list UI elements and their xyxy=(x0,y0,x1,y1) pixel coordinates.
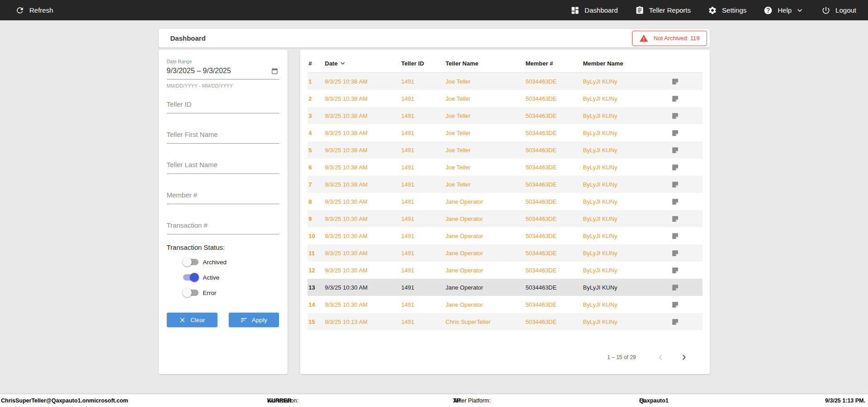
row-member-number: 5034463DE xyxy=(526,215,583,222)
table-row[interactable]: 9 9/3/25 10:30 AM 1491 Jane Operator 503… xyxy=(307,210,703,227)
row-note-cell xyxy=(665,146,703,154)
table-row[interactable]: 1 9/3/25 10:38 AM 1491 Joe Teller 503446… xyxy=(307,73,703,90)
note-icon[interactable] xyxy=(671,284,679,291)
note-icon[interactable] xyxy=(671,78,679,85)
row-member-name: ByLyJI KUNy xyxy=(583,318,665,325)
column-header-date[interactable]: Date xyxy=(325,59,401,67)
row-number: 12 xyxy=(307,267,325,274)
nav-settings-label: Settings xyxy=(722,6,746,14)
note-icon[interactable] xyxy=(671,249,679,257)
table-row[interactable]: 12 9/3/25 10:30 AM 1491 Jane Operator 50… xyxy=(307,262,703,279)
row-member-number: 5034463DE xyxy=(526,250,583,257)
note-icon[interactable] xyxy=(671,164,679,171)
member-number-input[interactable]: Member # xyxy=(167,191,279,204)
transaction-number-input[interactable]: Transaction # xyxy=(167,221,279,234)
calendar-icon[interactable] xyxy=(271,67,278,75)
row-date: 9/3/25 10:30 AM xyxy=(325,250,401,257)
note-icon[interactable] xyxy=(671,232,679,240)
row-teller-id: 1491 xyxy=(401,130,446,136)
archived-toggle[interactable] xyxy=(183,257,199,267)
row-number: 9 xyxy=(307,215,325,222)
nav-teller-reports[interactable]: Teller Reports xyxy=(635,6,691,15)
refresh-icon xyxy=(15,6,24,15)
row-number: 5 xyxy=(307,147,325,154)
table-row[interactable]: 10 9/3/25 10:30 AM 1491 Jane Operator 50… xyxy=(307,227,703,244)
table-row[interactable]: 13 9/3/25 10:30 AM 1491 Jane Operator 50… xyxy=(307,279,703,296)
row-note-cell xyxy=(665,215,703,223)
logged-in-user: ChrisSuperTeller@Qaxpauto1.onmicrosoft.c… xyxy=(1,394,128,407)
table-row[interactable]: 15 9/3/25 10:13 AM 1491 Chris SuperTelle… xyxy=(307,313,703,330)
next-page-button[interactable] xyxy=(679,352,689,363)
note-icon[interactable] xyxy=(671,95,679,103)
fi-value: Qaxpauto1 xyxy=(639,394,669,407)
nav-logout[interactable]: Logout xyxy=(821,6,856,15)
row-number: 14 xyxy=(307,301,325,308)
nav-help[interactable]: Help xyxy=(764,6,804,15)
nav-dashboard[interactable]: Dashboard xyxy=(571,6,618,15)
column-header-teller-id[interactable]: Teller ID xyxy=(401,60,446,67)
apply-button[interactable]: Apply xyxy=(229,313,279,327)
row-member-name: ByLyJI KUNy xyxy=(583,112,665,119)
row-teller-id: 1491 xyxy=(401,233,446,239)
row-teller-id: 1491 xyxy=(401,318,446,325)
table-row[interactable]: 11 9/3/25 10:30 AM 1491 Jane Operator 50… xyxy=(307,244,703,262)
date-range-value: 9/3/2025 – 9/3/2025 xyxy=(167,67,231,75)
table-row[interactable]: 2 9/3/25 10:38 AM 1491 Joe Teller 503446… xyxy=(307,90,703,107)
note-icon[interactable] xyxy=(671,318,679,326)
active-toggle[interactable] xyxy=(183,273,199,282)
date-range-input[interactable]: 9/3/2025 – 9/3/2025 xyxy=(167,64,279,80)
error-toggle[interactable] xyxy=(183,288,199,297)
table-row[interactable]: 6 9/3/25 10:38 AM 1491 Joe Teller 503446… xyxy=(307,159,703,176)
date-range-label: Date Range xyxy=(167,59,279,64)
row-member-name: ByLyJI KUNy xyxy=(583,284,665,291)
table-row[interactable]: 14 9/3/25 10:30 AM 1491 Jane Operator 50… xyxy=(307,296,703,313)
filter-panel: Date Range 9/3/2025 – 9/3/2025 MM/DD/YYY… xyxy=(159,50,288,374)
note-icon[interactable] xyxy=(671,181,679,188)
note-icon[interactable] xyxy=(671,129,679,137)
transactions-panel: # Date Teller ID Teller Name Member # Me… xyxy=(300,50,710,374)
row-teller-name: Joe Teller xyxy=(446,78,526,85)
table-row[interactable]: 3 9/3/25 10:38 AM 1491 Joe Teller 503446… xyxy=(307,107,703,124)
column-header-member-name[interactable]: Member Name xyxy=(583,60,665,67)
not-archived-badge[interactable]: Not Archived: 119 xyxy=(632,31,707,46)
row-teller-name: Jane Operator xyxy=(446,301,526,308)
row-number: 10 xyxy=(307,233,325,239)
note-icon[interactable] xyxy=(671,215,679,223)
note-icon[interactable] xyxy=(671,112,679,120)
row-member-number: 5034463DE xyxy=(526,95,583,102)
row-number: 3 xyxy=(307,112,325,119)
pagination-range-label: 1 – 15 of 29 xyxy=(607,354,636,360)
table-row[interactable]: 7 9/3/25 10:38 AM 1491 Joe Teller 503446… xyxy=(307,176,703,193)
table-row[interactable]: 5 9/3/25 10:38 AM 1491 Joe Teller 503446… xyxy=(307,141,703,159)
row-note-cell xyxy=(665,198,703,206)
row-member-name: ByLyJI KUNy xyxy=(583,181,665,188)
row-teller-id: 1491 xyxy=(401,284,446,291)
note-icon[interactable] xyxy=(671,198,679,206)
column-header-member-number[interactable]: Member # xyxy=(526,60,583,67)
previous-page-button[interactable] xyxy=(655,352,666,363)
clear-button[interactable]: Clear xyxy=(167,313,217,327)
row-note-cell xyxy=(665,318,703,326)
nav-settings[interactable]: Settings xyxy=(708,6,746,15)
table-row[interactable]: 4 9/3/25 10:38 AM 1491 Joe Teller 503446… xyxy=(307,124,703,141)
help-icon xyxy=(764,6,773,15)
table-row[interactable]: 8 9/3/25 10:30 AM 1491 Jane Operator 503… xyxy=(307,193,703,210)
refresh-button[interactable]: Refresh xyxy=(15,6,53,15)
teller-id-input[interactable]: Teller ID xyxy=(167,100,279,113)
teller-last-name-input[interactable]: Teller Last Name xyxy=(167,161,279,174)
row-member-name: ByLyJI KUNy xyxy=(583,301,665,308)
note-icon[interactable] xyxy=(671,301,679,309)
note-icon[interactable] xyxy=(671,146,679,154)
status-bar: ChrisSuperTeller@Qaxpauto1.onmicrosoft.c… xyxy=(0,394,868,407)
row-teller-name: Joe Teller xyxy=(446,130,526,136)
pagination: 1 – 15 of 29 xyxy=(300,351,710,364)
row-member-number: 5034463DE xyxy=(526,267,583,274)
row-number: 4 xyxy=(307,130,325,136)
row-teller-name: Jane Operator xyxy=(446,250,526,257)
row-member-number: 5034463DE xyxy=(526,318,583,325)
row-note-cell xyxy=(665,112,703,120)
note-icon[interactable] xyxy=(671,267,679,274)
column-header-number[interactable]: # xyxy=(307,60,325,67)
column-header-teller-name[interactable]: Teller Name xyxy=(446,60,526,67)
teller-first-name-input[interactable]: Teller First Name xyxy=(167,131,279,144)
